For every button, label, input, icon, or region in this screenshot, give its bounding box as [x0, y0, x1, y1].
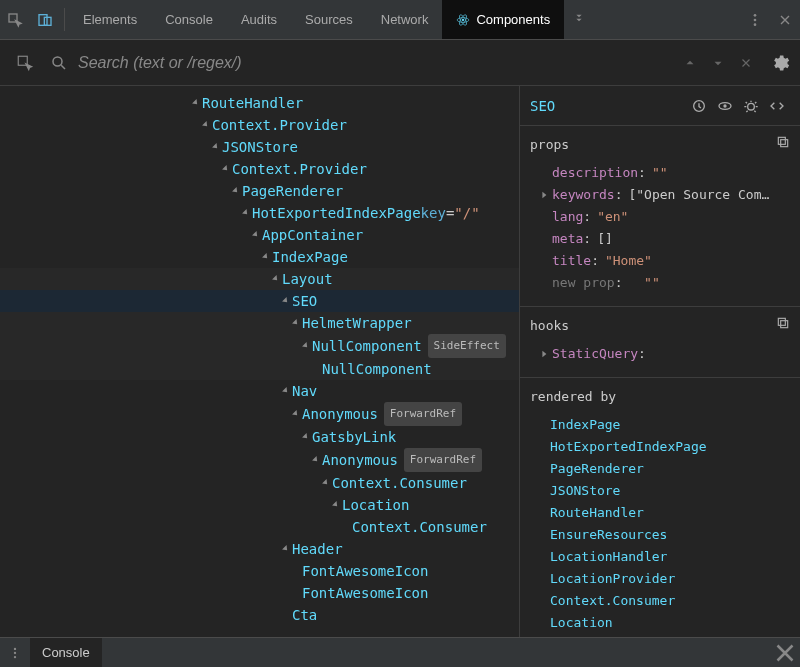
tree-row[interactable]: SEO — [0, 290, 519, 312]
caret-icon[interactable] — [220, 165, 232, 173]
settings-icon[interactable] — [760, 53, 800, 73]
drawer-tab-console[interactable]: Console — [30, 638, 102, 667]
prop-value[interactable]: ["Open Source Com… — [628, 184, 769, 206]
drawer-close-icon[interactable] — [770, 638, 800, 668]
debug-icon[interactable] — [738, 98, 764, 114]
inspect-scroll[interactable]: props description:""keywords:["Open Sour… — [520, 126, 800, 637]
inspect-dom-icon[interactable] — [712, 98, 738, 114]
inspect-panel: SEO props description:""keywords:["Open … — [520, 86, 800, 637]
prop-value[interactable]: "" — [652, 162, 668, 184]
search-prev-icon[interactable] — [676, 56, 704, 70]
search-close-icon[interactable] — [732, 56, 760, 70]
prop-row[interactable]: description:"" — [530, 162, 790, 184]
prop-value[interactable]: "en" — [597, 206, 628, 228]
tree-row[interactable]: IndexPage — [0, 246, 519, 268]
hook-row[interactable]: StaticQuery: — [530, 343, 790, 365]
caret-icon[interactable] — [200, 121, 212, 129]
prop-value[interactable]: [] — [597, 228, 613, 250]
rendered-by-item[interactable]: JSONStore — [550, 480, 790, 502]
prop-row[interactable]: meta:[] — [530, 228, 790, 250]
tree-row[interactable]: NullComponentSideEffect — [0, 334, 519, 358]
attr-key: key — [421, 202, 446, 224]
tree-row[interactable]: GatsbyLink — [0, 426, 519, 448]
tab-network[interactable]: Network — [367, 0, 443, 39]
tree-row[interactable]: Nav — [0, 380, 519, 402]
view-source-icon[interactable] — [764, 98, 790, 114]
caret-icon[interactable] — [300, 433, 312, 441]
caret-icon[interactable] — [250, 231, 262, 239]
select-element-icon[interactable] — [16, 54, 34, 72]
tab-elements[interactable]: Elements — [69, 0, 151, 39]
tree-row[interactable]: Context.Provider — [0, 158, 519, 180]
drawer-menu-icon[interactable] — [0, 646, 30, 660]
tree-row[interactable]: Layout — [0, 268, 519, 290]
caret-icon[interactable] — [280, 387, 292, 395]
caret-icon[interactable] — [300, 342, 312, 350]
tree-row[interactable]: AnonymousForwardRef — [0, 402, 519, 426]
search-icon[interactable] — [50, 54, 68, 72]
caret-icon[interactable] — [290, 410, 302, 418]
tree-row[interactable]: HotExportedIndexPage key="/" — [0, 202, 519, 224]
tree-row[interactable]: RouteHandler — [0, 92, 519, 114]
tab-console[interactable]: Console — [151, 0, 227, 39]
tab-sources[interactable]: Sources — [291, 0, 367, 39]
caret-icon[interactable] — [280, 545, 292, 553]
prop-value[interactable]: "" — [644, 272, 660, 294]
inspect-element-icon[interactable] — [0, 0, 30, 40]
tree-row[interactable]: NullComponent — [0, 358, 519, 380]
tree-row[interactable]: Location — [0, 494, 519, 516]
caret-icon[interactable] — [330, 501, 342, 509]
tree-row[interactable]: JSONStore — [0, 136, 519, 158]
component-tree[interactable]: RouteHandlerContext.ProviderJSONStoreCon… — [0, 86, 520, 637]
tree-row[interactable]: HelmetWrapper — [0, 312, 519, 334]
copy-props-icon[interactable] — [776, 134, 790, 156]
caret-icon[interactable] — [540, 350, 552, 358]
rendered-by-item[interactable]: IndexPage — [550, 414, 790, 436]
caret-icon[interactable] — [190, 99, 202, 107]
tree-row[interactable]: Cta — [0, 604, 519, 626]
prop-row[interactable]: new prop: "" — [530, 272, 790, 294]
rendered-by-item[interactable]: HotExportedIndexPage — [550, 436, 790, 458]
tree-row[interactable]: AppContainer — [0, 224, 519, 246]
tree-row[interactable]: PageRenderer — [0, 180, 519, 202]
caret-icon[interactable] — [260, 253, 272, 261]
rendered-by-item[interactable]: PageRenderer — [550, 458, 790, 480]
suspend-icon[interactable] — [686, 98, 712, 114]
prop-row[interactable]: title:"Home" — [530, 250, 790, 272]
caret-icon[interactable] — [280, 297, 292, 305]
close-devtools-icon[interactable] — [770, 0, 800, 40]
caret-icon[interactable] — [290, 319, 302, 327]
rendered-by-item[interactable]: LocationProvider — [550, 568, 790, 590]
rendered-by-item[interactable]: EnsureResources — [550, 524, 790, 546]
caret-icon[interactable] — [320, 479, 332, 487]
tree-row[interactable]: FontAwesomeIcon — [0, 560, 519, 582]
rendered-by-item[interactable]: LocationHandler — [550, 546, 790, 568]
caret-icon[interactable] — [270, 275, 282, 283]
search-input[interactable] — [78, 54, 676, 72]
caret-icon[interactable] — [310, 456, 322, 464]
rendered-by-item[interactable]: Location — [550, 612, 790, 634]
tree-row[interactable]: AnonymousForwardRef — [0, 448, 519, 472]
kebab-menu-icon[interactable] — [740, 0, 770, 40]
more-tabs-icon[interactable] — [564, 0, 594, 40]
tree-row[interactable]: FontAwesomeIcon — [0, 582, 519, 604]
caret-icon[interactable] — [230, 187, 242, 195]
caret-icon[interactable] — [240, 209, 252, 217]
tab-components[interactable]: Components — [442, 0, 564, 39]
rendered-by-item[interactable]: Context.Consumer — [550, 590, 790, 612]
hooks-section: hooks StaticQuery: — [520, 307, 800, 378]
tab-audits[interactable]: Audits — [227, 0, 291, 39]
tree-row[interactable]: Context.Provider — [0, 114, 519, 136]
search-next-icon[interactable] — [704, 56, 732, 70]
tree-row[interactable]: Context.Consumer — [0, 516, 519, 538]
prop-row[interactable]: lang:"en" — [530, 206, 790, 228]
caret-icon[interactable] — [540, 191, 552, 199]
tree-row[interactable]: Header — [0, 538, 519, 560]
prop-row[interactable]: keywords:["Open Source Com… — [530, 184, 790, 206]
copy-hooks-icon[interactable] — [776, 315, 790, 337]
device-toolbar-icon[interactable] — [30, 0, 60, 40]
tree-row[interactable]: Context.Consumer — [0, 472, 519, 494]
caret-icon[interactable] — [210, 143, 222, 151]
prop-value[interactable]: "Home" — [605, 250, 652, 272]
rendered-by-item[interactable]: RouteHandler — [550, 502, 790, 524]
